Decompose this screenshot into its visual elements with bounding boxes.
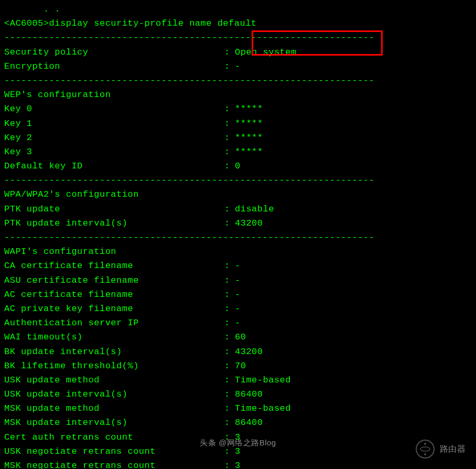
wep-key3-value: *****: [235, 145, 263, 159]
wai-timeout-label: WAI timeout(s): [4, 330, 224, 344]
msk-method-label: MSK update method: [4, 401, 224, 415]
colon: :: [224, 216, 235, 230]
usk-method-value: Time-based: [235, 373, 291, 387]
bk-interval-label: BK update interval(s): [4, 345, 224, 359]
colon: :: [224, 345, 235, 359]
ptk-update-row: PTK update : disable: [4, 202, 472, 216]
ca-cert-label: CA certificate filename: [4, 259, 224, 273]
divider: ----------------------------------------…: [4, 30, 472, 45]
colon: :: [224, 401, 235, 415]
colon: :: [224, 415, 235, 430]
usk-interval-value: 86400: [235, 387, 263, 401]
asu-cert-value: -: [235, 273, 241, 287]
auth-server-row: Authentication server IP : -: [4, 316, 472, 330]
wai-timeout-value: 60: [235, 330, 246, 344]
encryption-value: -: [235, 59, 241, 73]
cert-retrans-label: Cert auth retrans count: [4, 430, 224, 444]
security-policy-label: Security policy: [4, 45, 224, 59]
wep-key1-value: *****: [235, 116, 263, 131]
security-policy-value: Open system: [235, 45, 297, 59]
wep-key3-row: Key 3 : *****: [4, 145, 472, 159]
msk-interval-value: 86400: [235, 415, 263, 430]
colon: :: [224, 45, 235, 59]
msk-retrans-value: 3: [235, 459, 241, 469]
msk-interval-label: MSK update interval(s): [4, 415, 224, 430]
wep-key0-label: Key 0: [4, 102, 224, 116]
wep-key2-row: Key 2 : *****: [4, 131, 472, 145]
ac-key-row: AC private key filename : -: [4, 302, 472, 316]
wep-key2-label: Key 2: [4, 131, 224, 145]
colon: :: [224, 102, 235, 116]
wep-default-key-value: 0: [235, 159, 241, 173]
ac-cert-value: -: [235, 287, 241, 302]
wep-key1-row: Key 1 : *****: [4, 116, 472, 131]
colon: :: [224, 159, 235, 173]
divider: ----------------------------------------…: [4, 230, 472, 244]
ac-key-value: -: [235, 302, 241, 316]
wapi-header: WAPI's configuration: [4, 244, 472, 259]
encryption-row: Encryption : -: [4, 59, 472, 73]
msk-method-value: Time-based: [235, 401, 291, 415]
security-policy-row: Security policy : Open system: [4, 45, 472, 59]
wep-key1-label: Key 1: [4, 116, 224, 131]
watermark: 路由器: [416, 440, 466, 459]
colon: :: [224, 131, 235, 145]
divider: ----------------------------------------…: [4, 73, 472, 88]
usk-method-row: USK update method : Time-based: [4, 373, 472, 387]
colon: :: [224, 145, 235, 159]
auth-server-value: -: [235, 316, 241, 330]
ptk-update-label: PTK update: [4, 202, 224, 216]
wep-key0-row: Key 0 : *****: [4, 102, 472, 116]
msk-interval-row: MSK update interval(s) : 86400: [4, 415, 472, 430]
bk-lifetime-value: 70: [235, 359, 246, 373]
bk-lifetime-row: BK lifetime threshold(%) : 70: [4, 359, 472, 373]
bk-lifetime-label: BK lifetime threshold(%): [4, 359, 224, 373]
usk-interval-label: USK update interval(s): [4, 387, 224, 401]
colon: :: [224, 273, 235, 287]
colon: :: [224, 387, 235, 401]
colon: :: [224, 202, 235, 216]
footer-attribution: 头条 @网络之路Blog: [200, 436, 276, 449]
asu-cert-label: ASU certificate filename: [4, 273, 224, 287]
encryption-label: Encryption: [4, 59, 224, 73]
colon: :: [224, 316, 235, 330]
wep-default-key-label: Default key ID: [4, 159, 224, 173]
colon: :: [224, 287, 235, 302]
colon: :: [224, 373, 235, 387]
colon: :: [224, 259, 235, 273]
ptk-interval-row: PTK update interval(s) : 43200: [4, 216, 472, 230]
ptk-interval-label: PTK update interval(s): [4, 216, 224, 230]
ac-cert-label: AC certificate filename: [4, 287, 224, 302]
wep-default-key-row: Default key ID : 0: [4, 159, 472, 173]
bk-interval-value: 43200: [235, 345, 263, 359]
ac-cert-row: AC certificate filename : -: [4, 287, 472, 302]
command-line: <AC6005>display security-profile name de…: [4, 16, 472, 30]
wep-header: WEP's configuration: [4, 88, 472, 102]
router-icon: [416, 440, 435, 459]
colon: :: [224, 459, 235, 469]
colon: :: [224, 330, 235, 344]
ptk-interval-value: 43200: [235, 216, 263, 230]
wep-key3-label: Key 3: [4, 145, 224, 159]
colon: :: [224, 116, 235, 131]
ptk-update-value: disable: [235, 202, 274, 216]
partial-top-line: . .: [4, 2, 472, 16]
usk-interval-row: USK update interval(s) : 86400: [4, 387, 472, 401]
ac-key-label: AC private key filename: [4, 302, 224, 316]
wpa-header: WPA/WPA2's configuration: [4, 187, 472, 201]
usk-retrans-label: USK negotiate retrans count: [4, 444, 224, 459]
ca-cert-row: CA certificate filename : -: [4, 259, 472, 273]
wep-key2-value: *****: [235, 131, 263, 145]
divider: ----------------------------------------…: [4, 173, 472, 187]
watermark-text: 路由器: [440, 442, 466, 456]
wep-key0-value: *****: [235, 102, 263, 116]
asu-cert-row: ASU certificate filename : -: [4, 273, 472, 287]
svg-point-0: [420, 447, 430, 451]
colon: :: [224, 302, 235, 316]
auth-server-label: Authentication server IP: [4, 316, 224, 330]
colon: :: [224, 359, 235, 373]
msk-retrans-row: MSK negotiate retrans count : 3: [4, 459, 472, 469]
wai-timeout-row: WAI timeout(s) : 60: [4, 330, 472, 344]
colon: :: [224, 59, 235, 73]
usk-method-label: USK update method: [4, 373, 224, 387]
